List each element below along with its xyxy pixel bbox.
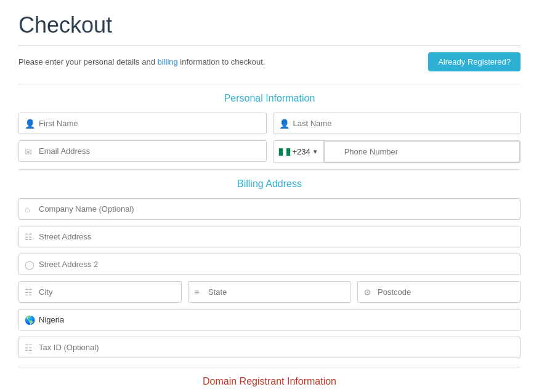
tax-field: ☷ <box>18 337 521 358</box>
tax-icon: ☷ <box>25 343 33 353</box>
last-name-input[interactable] <box>273 113 521 134</box>
email-phone-row: ✉ +234 ▼ <box>18 140 521 163</box>
company-icon: ⌂ <box>25 204 30 214</box>
tax-row: ☷ <box>18 337 521 358</box>
street2-field: ◯ <box>18 254 521 275</box>
email-input[interactable] <box>18 140 267 162</box>
street-icon: ☷ <box>25 232 33 242</box>
billing-link[interactable]: billing <box>157 57 177 66</box>
subtitle-row: Please enter your personal details and b… <box>18 52 521 71</box>
city-field: ☷ <box>18 281 182 303</box>
domain-registrant-title: Domain Registrant Information <box>18 376 521 387</box>
city-state-postcode-row: ☷ ≡ ⚙ <box>18 281 521 303</box>
street-row: ☷ <box>18 226 521 247</box>
company-row: ⌂ <box>18 198 521 220</box>
phone-country-selector[interactable]: +234 ▼ <box>274 141 324 162</box>
postcode-icon: ⚙ <box>363 287 371 297</box>
street-input[interactable] <box>18 226 521 247</box>
country-field: 🌎 Nigeria United States United Kingdom <box>18 309 521 330</box>
state-input[interactable] <box>188 281 351 303</box>
phone-number-input[interactable] <box>324 141 520 162</box>
globe-icon: 🌎 <box>25 315 35 325</box>
state-icon: ≡ <box>194 287 199 297</box>
country-row: 🌎 Nigeria United States United Kingdom <box>18 309 521 330</box>
person-icon: 👤 <box>25 119 35 129</box>
nigeria-flag <box>278 148 291 156</box>
phone-field: +234 ▼ <box>273 140 521 163</box>
street2-row: ◯ <box>18 254 521 275</box>
pin-icon: ◯ <box>25 260 34 270</box>
city-input[interactable] <box>18 281 182 303</box>
email-field: ✉ <box>18 140 267 163</box>
dropdown-arrow-icon: ▼ <box>312 148 318 155</box>
postcode-input[interactable] <box>357 281 521 303</box>
already-registered-button[interactable]: Already Registered? <box>428 52 521 71</box>
first-name-input[interactable] <box>18 113 267 134</box>
last-name-field: 👤 <box>273 113 521 134</box>
street-field: ☷ <box>18 226 521 247</box>
company-field: ⌂ <box>18 198 521 220</box>
subtitle-text: Please enter your personal details and b… <box>18 57 265 66</box>
first-name-field: 👤 <box>18 113 267 134</box>
phone-container: +234 ▼ <box>273 140 521 163</box>
state-field: ≡ <box>188 281 351 303</box>
city-icon: ☷ <box>25 287 33 297</box>
page-title: Checkout <box>18 12 521 38</box>
country-select[interactable]: Nigeria United States United Kingdom <box>18 309 521 330</box>
postcode-field: ⚙ <box>357 281 521 303</box>
phone-code: +234 <box>293 147 310 156</box>
envelope-icon: ✉ <box>25 147 32 157</box>
personal-info-title: Personal Information <box>18 93 521 104</box>
name-row: 👤 👤 <box>18 113 521 134</box>
company-input[interactable] <box>18 198 521 220</box>
billing-address-title: Billing Address <box>18 178 521 190</box>
street2-input[interactable] <box>18 254 521 275</box>
person-icon-2: 👤 <box>279 119 290 129</box>
tax-input[interactable] <box>18 337 521 358</box>
